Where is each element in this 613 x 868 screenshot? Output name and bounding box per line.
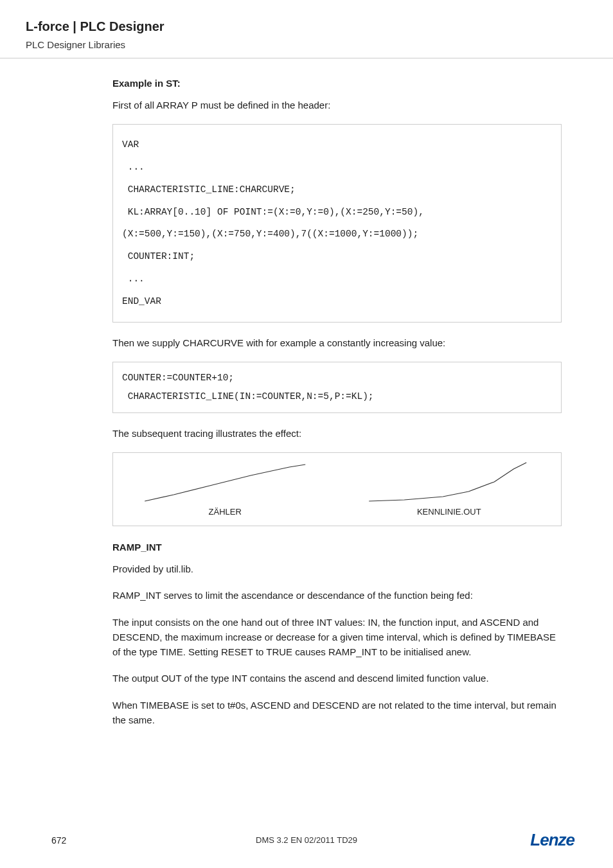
lenze-logo: Lenze [530, 830, 574, 850]
figure-label-left: ZÄHLER [120, 507, 331, 517]
ramp-p1: Provided by util.lib. [112, 562, 562, 576]
page-header: L-force | PLC Designer PLC Designer Libr… [0, 0, 613, 58]
footer-doc-id: DMS 3.2 EN 02/2011 TD29 [256, 835, 357, 845]
figure-left: ZÄHLER [120, 459, 331, 517]
kennlinie-curve-icon [344, 459, 555, 504]
page-number: 672 [51, 835, 66, 846]
ramp-p5: When TIMEBASE is set to t#0s, ASCEND and… [112, 698, 562, 728]
header-subtitle: PLC Designer Libraries [26, 39, 587, 50]
zahler-curve-icon [120, 459, 331, 504]
example-intro: First of all ARRAY P must be defined in … [112, 98, 562, 112]
tracing-figure: ZÄHLER KENNLINIE.OUT [112, 452, 562, 526]
ramp-int-heading: RAMP_INT [112, 542, 562, 553]
ramp-p4: The output OUT of the type INT contains … [112, 671, 562, 686]
code-block-var: VAR ... CHARACTERISTIC_LINE:CHARCURVE; K… [112, 124, 562, 322]
example-after: Then we supply CHARCURVE with for exampl… [112, 335, 562, 350]
code-block-supply: COUNTER:=COUNTER+10; CHARACTERISTIC_LINE… [112, 362, 562, 413]
ramp-p2: RAMP_INT serves to limit the ascendance … [112, 588, 562, 603]
figure-right: KENNLINIE.OUT [344, 459, 555, 517]
header-title: L-force | PLC Designer [26, 19, 587, 34]
figure-label-right: KENNLINIE.OUT [344, 507, 555, 517]
page-content: Example in ST: First of all ARRAY P must… [0, 58, 613, 727]
ramp-p3: The input consists on the one hand out o… [112, 615, 562, 660]
tracing-text: The subsequent tracing illustrates the e… [112, 426, 562, 441]
page-footer: 672 DMS 3.2 EN 02/2011 TD29 Lenze [0, 830, 613, 850]
example-heading: Example in ST: [112, 78, 562, 89]
